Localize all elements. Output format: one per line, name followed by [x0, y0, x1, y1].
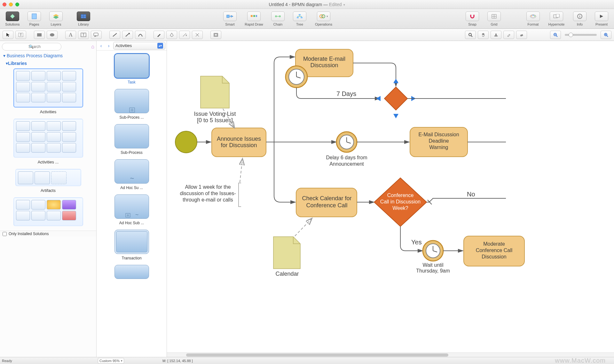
- library-button[interactable]: Library: [74, 12, 93, 26]
- scissors-tool[interactable]: [192, 31, 203, 39]
- doc-issue-voting-label-2: [0 to 5 Issues]: [197, 117, 233, 123]
- svg-text:+: +: [185, 34, 187, 37]
- eraser-tool[interactable]: [516, 31, 527, 39]
- home-icon[interactable]: ⌂: [91, 44, 94, 50]
- zoom-slider[interactable]: [565, 34, 597, 36]
- start-event[interactable]: [175, 131, 197, 153]
- operations-button[interactable]: ▾Operations: [311, 12, 336, 26]
- svg-point-47: [469, 33, 471, 36]
- rapid-draw-button[interactable]: Rapid Draw: [242, 12, 266, 26]
- shape-transaction[interactable]: Transaction: [114, 230, 149, 260]
- zoom-tool[interactable]: [465, 31, 476, 39]
- svg-rect-11: [256, 15, 257, 17]
- dropdown-icon: ▴▾: [157, 43, 163, 49]
- svg-point-25: [533, 15, 534, 16]
- stamp-tool[interactable]: [491, 31, 501, 39]
- shape-subprocess-collapsed[interactable]: Sub-Proces ...: [114, 89, 149, 120]
- smart-button[interactable]: Smart: [220, 12, 240, 26]
- handle-up[interactable]: [393, 79, 398, 83]
- info-button[interactable]: iInfo: [570, 12, 590, 26]
- timer-wait[interactable]: [423, 241, 443, 261]
- shape-list[interactable]: Task Sub-Proces ... Sub-Process ~Ad Hoc …: [97, 51, 167, 357]
- palette-more[interactable]: [13, 197, 83, 226]
- diagram-svg[interactable]: Issue Voting List [0 to 5 Issues] Announ…: [167, 41, 614, 357]
- shape-more[interactable]: [114, 265, 149, 279]
- canvas-h-scrollbar[interactable]: [167, 352, 614, 357]
- timer-moderate[interactable]: [286, 66, 307, 88]
- hand-tool[interactable]: [478, 31, 489, 39]
- palette-activities-more[interactable]: Activities ...: [13, 119, 83, 164]
- arrow-tool[interactable]: [122, 31, 133, 39]
- doc-issue-voting[interactable]: [201, 76, 229, 108]
- format-button[interactable]: Format: [523, 12, 543, 26]
- svg-text:Deadline: Deadline: [429, 138, 449, 144]
- chevron-down-icon[interactable]: ▾: [343, 3, 345, 6]
- handle-left[interactable]: [376, 96, 381, 101]
- hypernote-button[interactable]: Hypernote: [545, 12, 568, 26]
- svg-rect-28: [556, 14, 559, 17]
- svg-text:~: ~: [135, 211, 139, 218]
- shape-task[interactable]: Task: [114, 54, 149, 84]
- handle-down[interactable]: [393, 114, 398, 118]
- text-tool[interactable]: A: [65, 31, 76, 39]
- text-frame-tool[interactable]: T: [78, 31, 89, 39]
- square-tool[interactable]: [34, 31, 45, 39]
- layers-button[interactable]: Layers: [46, 12, 66, 26]
- zoom-knob[interactable]: [569, 33, 573, 37]
- assoc-calendar-check[interactable]: [295, 219, 311, 236]
- chain-button[interactable]: Chain: [268, 12, 288, 26]
- canvas[interactable]: Issue Voting List [0 to 5 Issues] Announ…: [167, 41, 614, 357]
- solutions-button[interactable]: Solutions: [3, 12, 22, 26]
- section-libraries[interactable]: ▾Libraries: [0, 60, 96, 68]
- doc-calendar[interactable]: [273, 237, 300, 269]
- timer-delay[interactable]: [336, 132, 357, 152]
- only-installed-checkbox[interactable]: [3, 232, 7, 236]
- svg-line-58: [607, 36, 608, 37]
- edge-moderate-gw[interactable]: [353, 63, 396, 86]
- pointer-tool[interactable]: [3, 31, 13, 39]
- svg-point-12: [275, 15, 277, 17]
- label-yes: Yes: [411, 239, 422, 246]
- palette-artifacts[interactable]: Artifacts: [15, 169, 81, 193]
- line-tool[interactable]: [109, 31, 120, 39]
- ellipse-tool[interactable]: [47, 31, 58, 39]
- pencil-tool[interactable]: [154, 31, 164, 39]
- only-installed-row: Only Installed Solutions: [0, 231, 96, 237]
- callout-tool[interactable]: [91, 31, 102, 39]
- lib-back-button[interactable]: ‹: [98, 43, 104, 49]
- edge-no[interactable]: [427, 198, 506, 202]
- section-bpd[interactable]: ▾Business Process Diagrams: [0, 52, 96, 60]
- assoc-note-announce[interactable]: [240, 159, 242, 182]
- pen-tool[interactable]: [166, 31, 177, 39]
- palette-activities[interactable]: Activities: [13, 68, 83, 114]
- zoom-in-button[interactable]: [601, 31, 611, 39]
- svg-text:Announcement: Announcement: [329, 161, 364, 167]
- zoom-out-button[interactable]: [550, 31, 561, 39]
- snap-button[interactable]: Snap: [462, 12, 482, 26]
- svg-text:i: i: [579, 14, 580, 18]
- shape-adhoc-collapsed[interactable]: ~Ad Hoc Su ...: [114, 159, 149, 190]
- svg-text:Announce Issues: Announce Issues: [217, 136, 261, 142]
- shape-adhoc-sub[interactable]: ~Ad Hoc Sub ...: [114, 194, 149, 225]
- zoom-select[interactable]: Custom 95%▾: [98, 358, 124, 364]
- text-box-tool[interactable]: T: [15, 31, 26, 39]
- present-button[interactable]: Present: [592, 12, 611, 26]
- frame-tool[interactable]: [210, 31, 221, 39]
- svg-rect-16: [297, 17, 299, 18]
- edge-announce-checkcal[interactable]: [274, 142, 295, 202]
- spline-tool[interactable]: [135, 31, 146, 39]
- text-annotation[interactable]: [239, 183, 241, 207]
- pages-button[interactable]: Pages: [24, 12, 44, 26]
- lib-forward-button[interactable]: ›: [106, 43, 112, 49]
- add-point-tool[interactable]: +: [179, 31, 190, 39]
- shape-subprocess[interactable]: Sub-Process: [114, 124, 149, 155]
- library-select[interactable]: Activities ▴▾: [113, 42, 165, 50]
- svg-point-26: [534, 15, 535, 16]
- svg-text:~: ~: [130, 174, 134, 182]
- grid-button[interactable]: Grid: [484, 12, 504, 26]
- svg-rect-35: [37, 33, 42, 36]
- svg-rect-9: [251, 15, 253, 17]
- eyedropper-tool[interactable]: [503, 31, 514, 39]
- svg-text:E-Mail Discussion: E-Mail Discussion: [418, 132, 459, 137]
- tree-button[interactable]: Tree: [290, 12, 310, 26]
